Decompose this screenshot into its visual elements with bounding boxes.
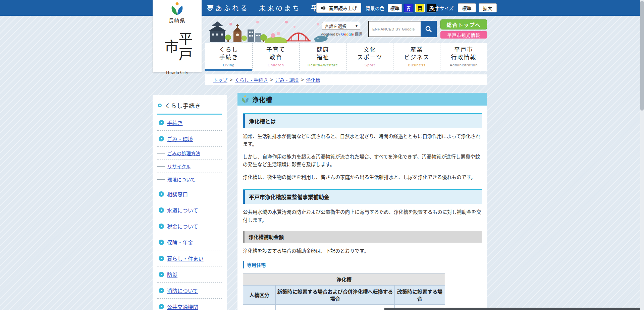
search-input[interactable] [368,21,421,37]
nav-item-children[interactable]: 子育て 教育 Children [252,43,299,71]
cityscape-illustration [207,17,332,43]
nav-label: スポーツ [357,54,383,62]
sidebar-item-living-housing[interactable]: 暮らし・住まい [157,250,222,266]
sidebar-item-label: 相談窓口 [167,190,188,198]
breadcrumb-link-current[interactable]: 浄化槽 [306,76,320,83]
paragraph: しかし、自浄作用の能力を超える汚濁物質が流された場合、すべてを浄化できず、汚濁物… [243,153,482,169]
section-heading-what-is: 浄化槽とは [243,114,482,128]
translate-text: 翻訳 [355,32,362,36]
subheading-private-residence: 専用住宅 [243,261,487,268]
google-translate-credit: Powered by Google 翻訳 [320,31,363,37]
text-to-speech-button[interactable]: 音声読み上げ [316,3,361,13]
bg-color-blue-button[interactable]: 青 [404,4,413,12]
nav-label: 手続き [219,54,238,62]
sidebar-subitem-environment[interactable]: 環境について [157,173,222,186]
breadcrumb-separator: > [270,77,273,82]
table-header-cell: 人槽区分 [243,285,276,304]
sidebar-item-label: 環境について [167,176,196,183]
google-letter: e [352,32,354,36]
sidebar-item-public-transport[interactable]: 公共交通機関 [157,299,222,310]
general-top-button[interactable]: 総合トップへ [440,19,487,29]
breadcrumb-link-garbage[interactable]: ごみ・環境 [275,76,299,83]
sidebar-item-disaster-prevention[interactable]: 防災 [157,266,222,283]
page-title-bar: 浄化槽 [237,93,487,106]
city-name-english: Hirado City [153,70,202,75]
sidebar-item-label: 防災 [167,271,177,278]
sidebar-item-tax[interactable]: 税金について [157,218,222,234]
dash-icon [157,166,165,167]
circle-arrow-icon [159,272,164,277]
sidebar-item-garbage-environment[interactable]: ごみ・環境 [157,131,222,147]
page-title: 浄化槽 [252,95,272,104]
sidebar-item-label: リサイクル [167,163,191,170]
table-header-cell: 改築時に設置する場合 [395,285,445,304]
site-search [368,21,437,37]
circle-arrow-icon [159,224,164,229]
circle-arrow-icon [159,256,164,261]
sidebar-item-water[interactable]: 水道について [157,202,222,218]
search-button[interactable] [421,21,437,37]
font-size-standard-button[interactable]: 標準 [458,3,476,12]
sidebar-item-procedures[interactable]: 手続き [157,115,222,131]
nav-item-administration[interactable]: 平戸市 行政情報 Administration [440,43,487,71]
sidebar-header: くらし手続き [157,100,222,110]
table-cell: 332千円 [276,304,395,310]
nav-label: 子育て [266,46,285,54]
page-root: 夢あふれる 未来のまち 平戸 音声読み上げ 背景の色 標準 青 黄 黒 文字サイ… [0,0,644,310]
breadcrumb-link-living[interactable]: くらし・手続き [235,76,268,83]
subsection-heading-subsidy-amount: 浄化槽補助金額 [243,231,482,243]
nav-item-business[interactable]: 産業 ビジネス Business [393,43,440,71]
ring-icon [158,104,162,107]
nav-english-label: Living [223,63,235,67]
sidebar-subitem-garbage-disposal[interactable]: ごみの処理方法 [157,147,222,160]
dash-icon [157,179,165,180]
sidebar-subitem-recycle[interactable]: リサイクル [157,160,222,173]
font-size-label: 文字サイズ [430,5,454,11]
sidebar: くらし手続き 手続き ごみ・環境 ごみの処理方法 リサイクル 環境について 相談… [153,95,227,310]
top-utility-bar: 夢あふれる 未来のまち 平戸 音声読み上げ 背景の色 標準 青 黄 黒 文字サイ… [0,0,644,16]
search-icon [425,25,432,33]
hirado-bird-logo-icon [241,95,250,103]
nav-item-sport[interactable]: 文化 スポーツ Sport [346,43,393,71]
sidebar-title: くらし手続き [165,101,201,110]
breadcrumb-separator: > [301,77,304,82]
main-content: 浄化槽 浄化槽とは 通常、生活雑排水が側溝などに流されると、自然水と混ざり、時間… [237,93,487,310]
nav-item-health-welfare[interactable]: 健康 福祉 Health&Welfare [299,43,346,71]
sidebar-item-label: ごみ・環境 [167,135,193,142]
scrollbar-thumb[interactable] [640,1,644,111]
tts-label: 音声読み上げ [329,5,357,11]
speaker-icon [321,6,326,10]
table-header-cell: 新築時に設置する場合および合併浄化槽へ転換する場合 [276,285,395,304]
slogan-part: 未来のまち [259,3,301,13]
sidebar-item-insurance-pension[interactable]: 保険・年金 [157,234,222,250]
nav-english-label: Sport [365,63,375,67]
page-bottom-strip [384,308,640,310]
bg-color-standard-button[interactable]: 標準 [388,4,402,12]
sidebar-item-label: ごみの処理方法 [167,150,200,157]
table-cell: 5人槽 [243,304,276,310]
sidebar-item-consultation[interactable]: 相談窓口 [157,186,222,202]
powered-by-text: Powered by [321,32,340,36]
google-letter: G [341,32,344,36]
hirado-bird-logo-icon [170,2,184,15]
breadcrumb-link-top[interactable]: トップ [213,76,227,83]
language-select[interactable]: 言語を選択 [322,22,360,30]
sidebar-item-label: 公共交通機関 [167,303,198,310]
paragraph: 公共用水域の水質汚濁の防止および公衆衛生の向上に寄与するため、浄化槽を設置するも… [243,208,482,224]
nav-item-living[interactable]: くらし 手続き Living [205,43,252,71]
nav-label: 健康 [317,46,329,54]
vertical-scrollbar[interactable] [640,0,644,310]
sidebar-item-label: 税金について [167,223,198,230]
sidebar-item-fire-department[interactable]: 消防について [157,283,222,299]
nav-english-label: Administration [450,63,478,67]
bg-color-yellow-button[interactable]: 黄 [415,4,425,12]
sidebar-item-label: 手続き [167,119,183,126]
circle-arrow-icon [159,136,164,141]
tourism-info-button[interactable]: 平戸市観光情報 [440,31,487,39]
nav-english-label: Health&Welfare [308,63,338,67]
background-color-switcher: 背景の色 標準 青 黄 黒 [366,0,436,16]
table-caption: 浄化槽 [243,273,445,285]
circle-arrow-icon [159,120,164,125]
site-logo[interactable]: 長崎県 平戸市 Hirado City [153,0,202,72]
font-size-large-button[interactable]: 拡大 [479,3,497,12]
